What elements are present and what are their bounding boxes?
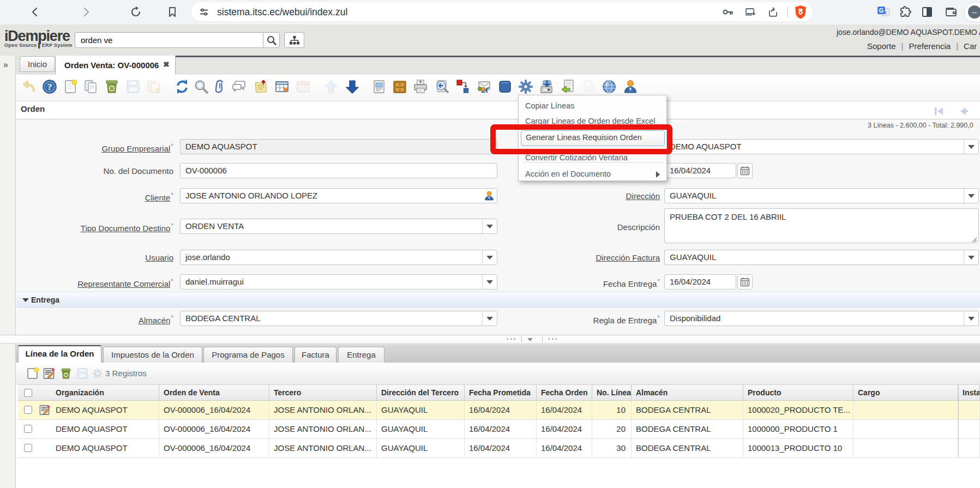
combo-arrow-icon[interactable] (482, 275, 497, 289)
detail-tab-1[interactable]: Impuestos de la Orden (103, 347, 202, 363)
help-icon[interactable]: ? (41, 79, 58, 95)
combo-arrow-icon[interactable] (964, 140, 978, 154)
attachment-icon[interactable] (212, 79, 229, 95)
translate-icon[interactable]: xG (875, 3, 892, 21)
menu-item-0[interactable]: Copiar Líneas (519, 99, 666, 114)
west-panel-collapsed[interactable]: » (0, 56, 16, 488)
calendar-icon[interactable] (737, 163, 753, 178)
combo-arrow-icon[interactable] (964, 250, 978, 264)
menu-tree-button[interactable] (284, 32, 304, 48)
previous-record-icon[interactable] (957, 106, 969, 116)
table-row[interactable]: DEMO AQUASPOTOV-000006_16/04/2024JOSE AN… (18, 420, 980, 439)
browser-reload-icon[interactable] (127, 3, 145, 21)
field-tipo-documento[interactable]: ORDEN VENTA (180, 219, 497, 234)
global-search-input[interactable]: orden ve (75, 32, 263, 48)
combo-arrow-icon[interactable] (482, 219, 497, 233)
archive-icon[interactable] (392, 79, 408, 95)
site-settings-icon[interactable] (195, 3, 213, 21)
bookmark-icon[interactable] (164, 3, 181, 21)
first-record-icon[interactable] (933, 106, 945, 116)
new-row-icon[interactable] (26, 367, 39, 380)
field-regla-entrega[interactable]: Disponibilidad (664, 311, 979, 326)
tab-orden-venta[interactable]: Orden Venta: OV-000006 ✖ (55, 56, 176, 75)
field-fecha-entrega[interactable]: 16/04/2024 (664, 274, 736, 290)
column-header-0[interactable]: Organización (51, 385, 159, 400)
brave-shield-icon[interactable] (792, 3, 809, 21)
user-icon[interactable] (622, 79, 639, 95)
combo-arrow-icon[interactable] (482, 250, 497, 264)
field-descripcion[interactable]: PRUEBA COT 2 DEL 16 ABRIIL (664, 208, 979, 243)
column-header-5[interactable]: Fecha Orden (537, 385, 592, 400)
calendar-icon[interactable] (737, 274, 753, 290)
browser-back-icon[interactable] (26, 3, 44, 21)
row-checkbox[interactable] (24, 425, 32, 433)
new-record-icon[interactable] (63, 79, 79, 95)
extensions-icon[interactable] (897, 3, 914, 21)
column-header-2[interactable]: Tercero (269, 385, 377, 400)
field-direccion[interactable]: GUAYAQUIL (664, 188, 979, 203)
column-header-1[interactable]: Orden de Venta (159, 385, 269, 400)
detail-record-icon[interactable] (344, 79, 360, 95)
splitter-collapse-icon[interactable] (527, 338, 533, 341)
field-cliente[interactable]: JOSE ANTONIO ORLANDO LOPEZ (180, 188, 497, 203)
field-almacen[interactable]: BODEGA CENTRAL (180, 311, 497, 326)
grid-toggle-icon[interactable] (274, 79, 290, 95)
export-file-icon[interactable] (560, 79, 576, 95)
row-checkbox[interactable] (24, 406, 32, 414)
field-fecha-orden[interactable]: 16/04/2024 (664, 163, 736, 178)
search-button[interactable] (263, 32, 280, 48)
detail-tab-2[interactable]: Programa de Pagos (203, 347, 293, 363)
combo-arrow-icon[interactable] (964, 189, 978, 203)
browser-forward-icon[interactable] (77, 3, 95, 21)
table-row[interactable]: DEMO AQUASPOTOV-000006_16/04/2024JOSE AN… (18, 439, 980, 458)
wallet-icon[interactable] (942, 3, 960, 21)
link-soporte[interactable]: Soporte (867, 41, 896, 51)
field-no-documento[interactable]: OV-000006 (180, 163, 497, 178)
combo-arrow-icon[interactable] (482, 311, 497, 326)
zoom-across-icon[interactable] (601, 79, 617, 95)
field-representante[interactable]: daniel.muirragui (180, 274, 497, 290)
tab-close-icon[interactable]: ✖ (163, 60, 170, 69)
field-direccion-factura[interactable]: GUAYAQUIL (664, 250, 979, 265)
undo-icon[interactable] (21, 79, 37, 95)
detail-tab-3[interactable]: Factura (294, 347, 336, 363)
workflow-icon[interactable] (455, 79, 471, 95)
print-preview-icon[interactable] (434, 79, 450, 95)
print-icon[interactable] (412, 79, 429, 95)
browser-profile-button[interactable]: – V (964, 2, 980, 22)
row-checkbox[interactable] (24, 444, 32, 452)
menu-item-4[interactable]: Acción en el Documento (519, 167, 666, 182)
table-row[interactable]: DEMO AQUASPOTOV-000006_16/04/2024JOSE AN… (18, 401, 980, 420)
password-key-icon[interactable] (719, 3, 736, 21)
resize-handle-icon[interactable] (971, 235, 977, 242)
refresh-icon[interactable] (174, 79, 190, 95)
column-header-10[interactable]: Insta (958, 385, 980, 400)
column-header-6[interactable]: No. Línea (592, 385, 632, 400)
request-icon[interactable] (476, 79, 492, 95)
link-preferencia[interactable]: Preferencia (909, 41, 951, 51)
column-header-8[interactable]: Producto (743, 385, 853, 400)
detail-tab-4[interactable]: Entrega (338, 347, 384, 363)
process-icon[interactable] (518, 79, 534, 95)
entrega-section-header[interactable]: Entrega (16, 292, 980, 308)
report-icon[interactable] (371, 79, 387, 95)
business-partner-icon[interactable] (483, 190, 496, 202)
field-organizacion[interactable]: DEMO AQUASPOT (664, 139, 979, 154)
edit-row-icon[interactable] (43, 367, 56, 380)
chat-icon[interactable] (231, 79, 247, 95)
detail-tab-0[interactable]: Línea de la Orden (18, 345, 101, 363)
column-header-4[interactable]: Fecha Prometida (465, 385, 537, 400)
horizontal-splitter[interactable] (0, 335, 980, 344)
field-usuario[interactable]: jose.orlando (180, 250, 497, 265)
link-cambiar[interactable]: Car (964, 41, 977, 51)
select-all-checkbox[interactable] (24, 389, 32, 397)
tab-inicio[interactable]: Inicio (20, 56, 55, 72)
sidebar-icon[interactable] (918, 3, 936, 21)
find-icon[interactable] (193, 79, 209, 95)
combo-arrow-icon[interactable] (964, 311, 978, 326)
delete-row-icon[interactable] (59, 367, 73, 380)
send-to-device-icon[interactable] (742, 3, 759, 21)
product-info-icon[interactable] (497, 79, 513, 95)
export-icon[interactable] (538, 79, 555, 95)
delete-record-icon[interactable] (104, 79, 120, 95)
